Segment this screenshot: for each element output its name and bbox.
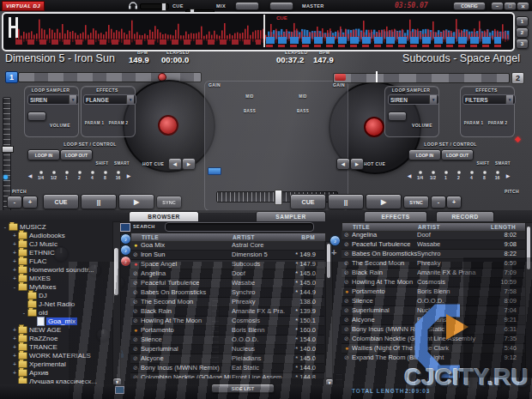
loop-next-button[interactable]: ▶ (124, 171, 133, 179)
config-button[interactable]: CONFIG (453, 2, 486, 10)
track-row[interactable]: ⊘Black RainAmanite FX & Pra...* 139.9 (130, 307, 324, 317)
loop-length-option[interactable]: 8 (478, 171, 491, 180)
maximize-button[interactable]: □ (504, 2, 517, 10)
sidelist-add-icon[interactable]: + (331, 247, 336, 257)
mixer-beatlock-indicator[interactable] (208, 167, 221, 175)
track-row[interactable]: ⊘Howling At The MoonCosmosis* 150.1 (130, 317, 324, 326)
tree-item[interactable]: DJ (2, 291, 112, 299)
tree-scrollbar[interactable] (112, 221, 121, 379)
playlist-scrollbar[interactable] (325, 241, 333, 378)
loop-length-option[interactable]: 4 (86, 171, 99, 180)
waveform-zoom-button-2[interactable]: 2 (516, 27, 529, 38)
top-button-2[interactable] (269, 2, 293, 10)
deck1-hotcue-next-button[interactable]: ▶ (182, 158, 196, 170)
tree-item[interactable]: J-Net Radio (2, 299, 112, 308)
deck2-pitch-plus-button[interactable]: + (446, 196, 462, 209)
deck2-sampler-rec-button[interactable] (388, 112, 407, 121)
sidelist-row[interactable]: ⊘Peaceful TurbulenceWasabe9:08 (342, 240, 525, 250)
deck2-sampler-select[interactable]: SIREN▾ (388, 94, 439, 105)
deck2-effect-select[interactable]: FILTERS▾ (462, 94, 516, 105)
sidelist-row[interactable]: ⊘Babes On BroomsticksSynchro8:22 (342, 250, 525, 259)
track-row[interactable]: ⊘Colombian Necktie (GOArge Mi...Front Li… (130, 373, 324, 378)
loop-length-option[interactable]: 4 (465, 171, 478, 180)
column-header-title[interactable]: TITLE (353, 223, 418, 231)
tree-expander[interactable]: + (11, 241, 18, 247)
loop-next-button[interactable]: ▶ (504, 171, 512, 179)
loop-length-option[interactable]: 8 (99, 171, 112, 180)
column-header-artist[interactable]: ARTIST (418, 223, 487, 231)
track-row[interactable]: ⊘SilenceO.O.O.D.* 154.0 (130, 336, 324, 345)
tab-effects[interactable]: EFFECTS (364, 211, 427, 221)
deck2-cue-button[interactable]: CUE (290, 194, 326, 209)
tab-sampler[interactable]: SAMPLER (256, 211, 326, 221)
loop-length-option[interactable]: 16 (112, 171, 124, 180)
deck1-sampler-rec-button[interactable] (27, 112, 46, 121)
loop-length-option[interactable]: 1/2 (47, 171, 60, 180)
track-row[interactable]: ●Goa MixAstral Core (130, 241, 324, 251)
loop-length-option[interactable]: 2 (73, 171, 86, 180)
deck2-jog-center[interactable] (364, 117, 384, 137)
loop-length-option[interactable]: 1 (439, 171, 452, 180)
dropdown-arrow-icon[interactable]: ▾ (126, 95, 134, 104)
sidelist-scrollbar-thumb[interactable] (527, 227, 530, 269)
tree-scrollbar-thumb[interactable] (114, 248, 118, 295)
sidelist-row[interactable]: ⊘AngelinaDoof8:02 (342, 231, 525, 240)
deck1-sync-button[interactable]: SYNC (156, 196, 182, 209)
tree-expander[interactable]: - (21, 310, 27, 316)
deck1-cue-button[interactable]: CUE (43, 194, 79, 209)
tab-record[interactable]: RECORD (436, 211, 494, 221)
tree-expander[interactable]: + (11, 361, 18, 367)
tree-expander[interactable]: + (11, 258, 18, 264)
search-input[interactable] (165, 222, 314, 232)
loop-length-option[interactable]: 1/4 (34, 171, 47, 180)
deck1-jog-center[interactable] (158, 115, 178, 136)
dropdown-arrow-icon[interactable]: ▾ (505, 95, 513, 104)
monitor-icon[interactable] (120, 223, 130, 232)
deck2-sync-button[interactable]: SYNC (403, 196, 429, 209)
deck2-hotcue-next-button[interactable]: ▶ (350, 158, 364, 170)
sidelist-row[interactable]: ⊘Black RainAmanite FX & Prana7:09 (342, 269, 525, 278)
close-button[interactable]: × (517, 2, 529, 10)
loop-prev-button[interactable]: ◀ (405, 171, 414, 179)
loop-length-option[interactable]: 16 (491, 171, 504, 180)
deck1-sampler-select[interactable]: SIREN▾ (27, 94, 79, 105)
deck2-hotcue-prev-button[interactable]: ◀ (336, 158, 350, 170)
sidelist-play-icon[interactable]: ♪ (329, 235, 341, 246)
playlist-scrollbar-thumb[interactable] (327, 244, 330, 278)
track-row[interactable]: ⊘AngelinaDoof* 145.0 (130, 269, 324, 279)
sidelist-row[interactable]: ●PortamentoBoris Blenn7:58 (342, 287, 525, 297)
deck2-play-button[interactable]: ▶ (366, 194, 402, 209)
column-header-length[interactable]: LENGTH (487, 223, 516, 231)
tree-expander[interactable]: + (11, 275, 18, 281)
track-row[interactable]: ⊘The Second MoonPhreaky138.0 (130, 298, 324, 307)
tree-expander[interactable]: + (11, 233, 18, 239)
track-row[interactable]: ⊘SuperluminalNucleus* 140.0 (130, 345, 324, 354)
tree-item[interactable]: -old (2, 308, 112, 317)
loop-length-option[interactable]: 2 (452, 171, 465, 180)
deck2-track-overview[interactable] (333, 73, 510, 83)
tree-expander[interactable]: + (11, 327, 18, 333)
deck2-loop-out-button[interactable]: LOOP OUT (441, 149, 474, 160)
tree-expander[interactable]: - (11, 284, 18, 290)
top-button-1[interactable] (235, 2, 259, 10)
tree-expander[interactable]: + (11, 336, 18, 342)
column-header-title[interactable]: TITLE (142, 233, 233, 241)
track-row[interactable]: ⊘Peaceful TurbulenceWasabe* 145.0 (130, 279, 324, 288)
loop-length-option[interactable]: 1/2 (426, 171, 439, 180)
track-row[interactable]: ⊘Bony Incus (MWNN Remix)Eat Static* 144.… (130, 364, 324, 373)
dropdown-arrow-icon[interactable]: ▾ (69, 95, 76, 104)
deck1-play-button[interactable]: ▶ (118, 194, 154, 209)
tree-expander[interactable]: + (11, 353, 18, 359)
deck1-loop-in-button[interactable]: LOOP IN (27, 149, 60, 160)
deck2-loop-in-button[interactable]: LOOP IN (408, 149, 441, 160)
loop-length-option[interactable]: 1/4 (414, 171, 426, 180)
tree-item[interactable]: -MyMixes (2, 282, 112, 291)
deck1-stutter-button[interactable]: || (81, 194, 117, 209)
side-list-button[interactable]: SIDE LIST (211, 384, 275, 393)
tree-expander[interactable]: + (11, 250, 18, 256)
tree-item[interactable]: Лучшая классическ... (2, 377, 112, 384)
loop-prev-button[interactable]: ◀ (26, 171, 34, 179)
deck1-hotcue-prev-button[interactable]: ◀ (168, 158, 182, 170)
tree-expander[interactable]: + (11, 267, 18, 273)
deck1-effect-select[interactable]: FLANGE▾ (83, 94, 136, 105)
